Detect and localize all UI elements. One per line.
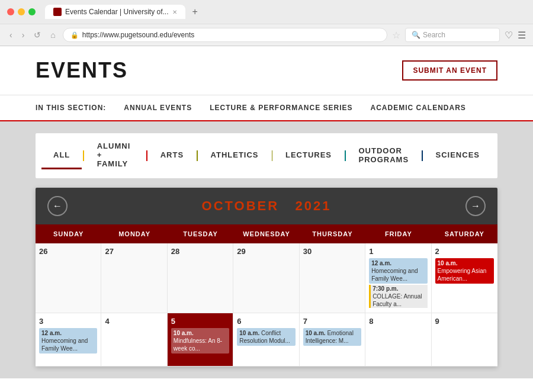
browser-toolbar: ‹ › ↺ ⌂ 🔒 https://www.pugetsound.edu/eve…	[0, 24, 533, 46]
table-row[interactable]: 30	[300, 243, 365, 313]
divider-athletics	[197, 150, 197, 161]
table-row[interactable]: 29	[233, 243, 299, 313]
table-row[interactable]: 2 10 a.m. Empowering Asian American...	[432, 243, 497, 313]
calendar: ← OCTOBER 2021 → SUNDAY MONDAY TUESDAY W…	[36, 188, 497, 367]
browser-toolbar-icons: ♡ ☰	[505, 30, 526, 41]
list-item[interactable]: 10 a.m. Empowering Asian American...	[435, 258, 494, 284]
calendar-month: OCTOBER	[202, 198, 280, 213]
tab-all[interactable]: ALL	[41, 142, 82, 169]
maximize-dot[interactable]	[28, 8, 36, 15]
calendar-grid-row1: 26 27 28 29 30 1	[36, 243, 497, 313]
heart-icon[interactable]: ♡	[505, 30, 513, 41]
annual-events-link[interactable]: ANNUAL EVENTS	[124, 104, 192, 112]
day-saturday: SATURDAY	[432, 224, 497, 243]
page-title: EVENTS	[36, 58, 128, 83]
table-row[interactable]: 6 10 a.m. Conflict Resolution Modul...	[233, 313, 299, 367]
divider-alumni	[83, 150, 84, 161]
tab-outdoor[interactable]: OUTDOOR PROGRAMS	[347, 138, 421, 174]
day-sunday: SUNDAY	[36, 224, 101, 243]
divider-arts	[146, 150, 147, 161]
tab-alumni[interactable]: ALUMNI + FAMILY	[85, 133, 146, 178]
table-row[interactable]: 5 10 a.m. Mindfulness: An 8-week co...	[168, 313, 233, 367]
list-item[interactable]: 7:30 p.m. COLLAGE: Annual Faculty a...	[369, 285, 427, 308]
page-content: EVENTS SUBMIT AN EVENT IN THIS SECTION: …	[0, 46, 533, 392]
reload-button[interactable]: ↺	[31, 29, 43, 41]
table-row[interactable]: 3 12 a.m. Homecoming and Family Wee...	[36, 313, 101, 367]
divider-lectures	[272, 150, 272, 161]
category-tabs: ALL ALUMNI + FAMILY ARTS ATHLETICS LECTU…	[36, 133, 497, 178]
day-thursday: THURSDAY	[300, 224, 365, 243]
calendar-wrapper: ← OCTOBER 2021 → SUNDAY MONDAY TUESDAY W…	[36, 188, 497, 367]
tab-close-icon[interactable]: ✕	[172, 9, 177, 15]
add-tab-button[interactable]: +	[190, 7, 200, 17]
tab-sciences[interactable]: SCIENCES	[424, 142, 492, 169]
calendar-prev-button[interactable]: ←	[47, 196, 68, 216]
page-header: EVENTS SUBMIT AN EVENT	[0, 46, 533, 95]
bg-area: ALL ALUMNI + FAMILY ARTS ATHLETICS LECTU…	[0, 121, 533, 378]
day-friday: FRIDAY	[365, 224, 431, 243]
list-item[interactable]: 12 a.m. Homecoming and Family Wee...	[39, 328, 97, 354]
calendar-days-header: SUNDAY MONDAY TUESDAY WEDNESDAY THURSDAY…	[36, 224, 497, 243]
table-row[interactable]: 26	[36, 243, 101, 313]
calendar-header: ← OCTOBER 2021 →	[36, 188, 497, 224]
window-controls	[7, 8, 36, 15]
table-row[interactable]: 9	[432, 313, 497, 367]
list-item[interactable]: 12 a.m. Homecoming and Family Wee...	[369, 258, 427, 284]
table-row[interactable]: 1 12 a.m. Homecoming and Family Wee... 7…	[365, 243, 431, 313]
calendar-month-title: OCTOBER 2021	[202, 198, 332, 214]
tab-lectures[interactable]: LECTURES	[274, 142, 343, 169]
section-nav-label: IN THIS SECTION:	[36, 104, 106, 112]
day-monday: MONDAY	[101, 224, 167, 243]
table-row[interactable]: 28	[168, 243, 233, 313]
home-button[interactable]: ⌂	[48, 29, 57, 41]
calendar-grid-row2: 3 12 a.m. Homecoming and Family Wee... 4…	[36, 313, 497, 367]
forward-button[interactable]: ›	[20, 29, 27, 41]
url-text: https://www.pugetsound.edu/events	[82, 31, 194, 39]
star-icon[interactable]: ☆	[392, 30, 400, 41]
table-row[interactable]: 8	[365, 313, 431, 367]
tab-title: Events Calendar | University of...	[65, 8, 169, 16]
table-row[interactable]: 27	[101, 243, 167, 313]
list-item[interactable]: 10 a.m. Conflict Resolution Modul...	[237, 328, 295, 346]
list-item[interactable]: 10 a.m. Emotional Intelligence: M...	[303, 328, 361, 346]
tab-favicon	[53, 8, 62, 16]
day-wednesday: WEDNESDAY	[233, 224, 299, 243]
section-nav: IN THIS SECTION: ANNUAL EVENTS LECTURE &…	[0, 95, 533, 121]
tab-arts[interactable]: ARTS	[149, 142, 195, 169]
back-button[interactable]: ‹	[7, 29, 15, 41]
academic-calendars-link[interactable]: ACADEMIC CALENDARS	[371, 104, 466, 112]
calendar-next-button[interactable]: →	[465, 196, 486, 216]
day-tuesday: TUESDAY	[168, 224, 233, 243]
list-item[interactable]: 10 a.m. Mindfulness: An 8-week co...	[171, 328, 229, 354]
close-dot[interactable]	[7, 8, 14, 15]
calendar-year: 2021	[296, 198, 332, 213]
browser-titlebar: Events Calendar | University of... ✕ +	[0, 0, 533, 24]
submit-event-button[interactable]: SUBMIT AN EVENT	[402, 60, 497, 81]
tab-athletics[interactable]: ATHLETICS	[199, 142, 271, 169]
lecture-series-link[interactable]: LECTURE & PERFORMANCE SERIES	[210, 104, 352, 112]
divider-sciences	[422, 150, 422, 161]
divider-outdoor	[345, 150, 345, 161]
browser-tab[interactable]: Events Calendar | University of... ✕	[45, 5, 185, 19]
address-bar[interactable]: 🔒 https://www.pugetsound.edu/events	[63, 28, 387, 42]
menu-icon[interactable]: ☰	[518, 30, 526, 41]
table-row[interactable]: 4	[101, 313, 167, 367]
minimize-dot[interactable]	[18, 8, 25, 15]
search-placeholder: Search	[423, 31, 445, 39]
search-bar[interactable]: 🔍 Search	[405, 28, 500, 42]
browser-chrome: Events Calendar | University of... ✕ + ‹…	[0, 0, 533, 46]
toolbar-right: ☆	[392, 30, 400, 41]
table-row[interactable]: 7 10 a.m. Emotional Intelligence: M...	[300, 313, 365, 367]
